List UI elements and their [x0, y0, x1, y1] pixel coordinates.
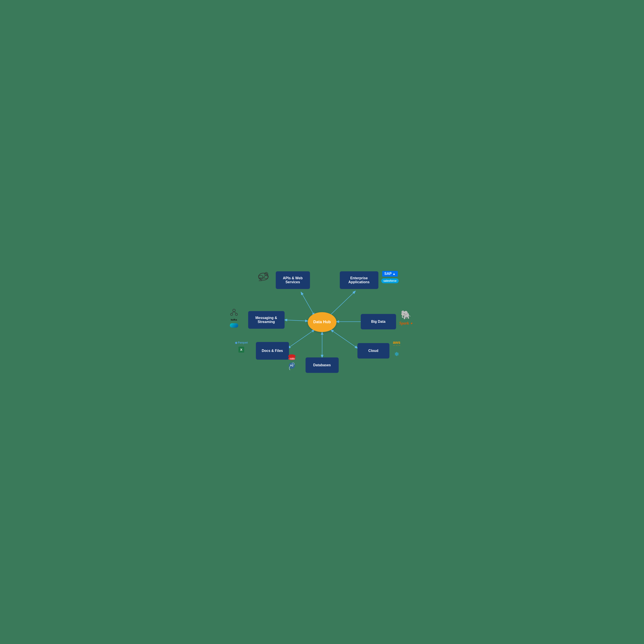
databases-node: Databases [306, 357, 339, 373]
spark-logo: Spark ✦ [399, 321, 413, 326]
rest-api-icon: REST API [257, 271, 270, 284]
svg-point-20 [235, 313, 238, 315]
svg-line-4 [288, 330, 314, 348]
svg-point-19 [230, 313, 233, 315]
kafka-label: kafka [231, 318, 237, 321]
hub-node: Data Hub [308, 312, 336, 332]
svg-line-1 [331, 291, 355, 314]
svg-line-21 [232, 312, 234, 313]
messaging-label: Messaging & Streaming [252, 316, 281, 324]
bigdata-icons: 🐘 Spark ✦ [399, 310, 413, 326]
svg-point-11 [266, 273, 267, 275]
enterprise-node: Enterprise Applications [340, 271, 378, 289]
diagram-container: Data Hub APIs & Web Services REST API En… [223, 245, 421, 399]
svg-text:redis: redis [290, 358, 295, 360]
apis-label: APIs & Web Services [279, 276, 306, 284]
cloud-label: Cloud [368, 349, 378, 353]
excel-icon: X [238, 347, 244, 353]
enterprise-icons: SAP ▲ salesforce [381, 271, 399, 283]
aws-icon: aws ⌒⌒⌒ [393, 340, 401, 349]
bigdata-node: Big Data [361, 314, 396, 329]
svg-line-2 [285, 320, 308, 321]
solace-icon [230, 323, 238, 328]
hadoop-icon: 🐘 [401, 310, 411, 320]
rest-api-icon-cluster: REST API [257, 271, 270, 284]
databases-label: Databases [313, 363, 331, 367]
postgresql-icon: PG [288, 362, 296, 370]
redis-icon: redis [288, 354, 296, 361]
cloud-node: Cloud [357, 343, 389, 359]
docs-node: Docs & Files [256, 342, 289, 360]
cloud-icons: aws ⌒⌒⌒ ❄ [393, 340, 401, 358]
svg-text:PG: PG [290, 364, 293, 367]
parquet-icon: ◆ Parquet [235, 341, 248, 344]
database-icons: redis PG [288, 354, 296, 370]
docs-label: Docs & Files [262, 349, 283, 353]
kafka-icon [229, 308, 239, 317]
svg-point-18 [233, 309, 235, 312]
salesforce-logo: salesforce [381, 278, 399, 283]
sap-arrow-icon: ▲ [393, 272, 396, 276]
svg-line-6 [331, 330, 357, 348]
svg-text:API: API [259, 280, 262, 282]
svg-point-9 [264, 276, 268, 279]
svg-text:REST: REST [259, 277, 264, 279]
svg-line-0 [301, 292, 314, 315]
bigdata-label: Big Data [371, 320, 385, 324]
enterprise-label: Enterprise Applications [343, 276, 375, 284]
docs-icons: ◆ Parquet X [235, 341, 248, 353]
kafka-icon-cluster: kafka [229, 308, 239, 328]
apis-node: APIs & Web Services [276, 271, 310, 289]
svg-line-22 [234, 312, 236, 313]
messaging-node: Messaging & Streaming [248, 311, 285, 329]
sap-logo: SAP ▲ [382, 271, 398, 277]
snowflake-icon: ❄ [394, 351, 399, 358]
hub-label: Data Hub [313, 320, 331, 324]
